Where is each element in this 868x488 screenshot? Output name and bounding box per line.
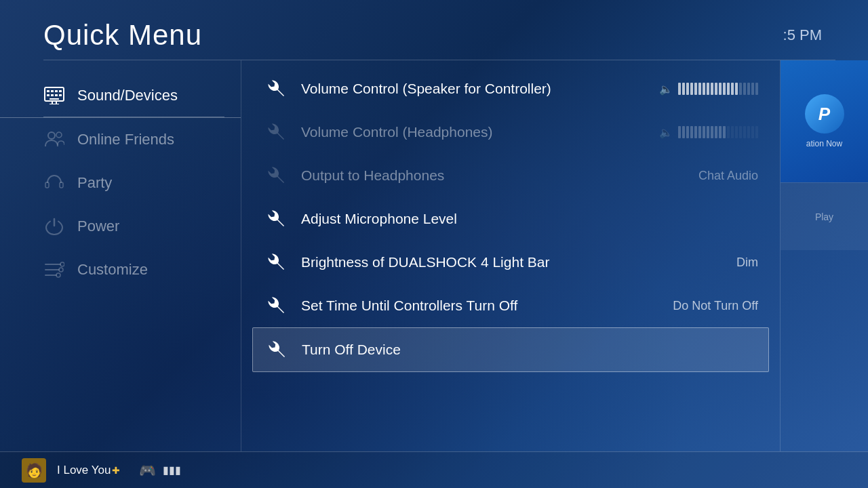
svg-rect-16 bbox=[60, 182, 63, 188]
volume-bar-headphones: 🔈 bbox=[659, 126, 758, 139]
ps-logo-text: P bbox=[818, 104, 830, 125]
menu-item-volume-headphones[interactable]: Volume Control (Headphones) 🔈 bbox=[241, 110, 780, 154]
turn-off-device-label: Turn Off Device bbox=[302, 342, 757, 358]
volume-speaker-label: Volume Control (Speaker for Controller) bbox=[301, 81, 646, 97]
play-panel[interactable]: Play bbox=[781, 182, 868, 250]
vol-bars-headphones bbox=[678, 126, 758, 138]
customize-icon bbox=[43, 259, 65, 281]
vol-bars-speaker bbox=[678, 83, 758, 95]
content-area: Sound/Devices Online Friends bbox=[0, 60, 868, 451]
brightness-label: Brightness of DUALSHOCK 4 Light Bar bbox=[301, 254, 723, 270]
controller-icon: 🎮 bbox=[139, 462, 156, 479]
footer-icons: 🎮 ▮▮▮ bbox=[139, 462, 181, 479]
sidebar-item-power-label: Power bbox=[77, 218, 119, 235]
sidebar-item-customize-label: Customize bbox=[77, 261, 148, 279]
main-container: Quick Menu :5 PM bbox=[0, 0, 868, 488]
menu-item-set-time[interactable]: Set Time Until Controllers Turn Off Do N… bbox=[241, 284, 780, 327]
sidebar: Sound/Devices Online Friends bbox=[0, 60, 241, 451]
keyboard-icon bbox=[43, 85, 65, 106]
header: Quick Menu :5 PM bbox=[0, 0, 868, 60]
ps-plus-icon: ✚ bbox=[112, 465, 120, 476]
battery-indicator: ▮▮▮ bbox=[163, 464, 181, 476]
svg-rect-4 bbox=[59, 90, 62, 92]
sidebar-item-sound-devices[interactable]: Sound/Devices bbox=[0, 74, 241, 118]
svg-rect-1 bbox=[47, 90, 50, 92]
battery-icon: ▮▮▮ bbox=[163, 464, 181, 476]
brightness-value: Dim bbox=[736, 256, 758, 270]
sidebar-item-power[interactable]: Power bbox=[0, 205, 241, 248]
wrench-icon-time bbox=[263, 293, 288, 318]
sidebar-item-party-label: Party bbox=[77, 174, 112, 192]
volume-bar-speaker: 🔈 bbox=[659, 83, 758, 96]
adjust-mic-label: Adjust Microphone Level bbox=[301, 211, 758, 227]
power-icon bbox=[43, 216, 65, 237]
ps-now-panel[interactable]: P ation Now bbox=[781, 60, 868, 182]
svg-rect-3 bbox=[55, 90, 58, 92]
menu-item-brightness[interactable]: Brightness of DUALSHOCK 4 Light Bar Dim bbox=[241, 241, 780, 284]
wrench-icon-brightness bbox=[263, 250, 288, 274]
sidebar-item-customize[interactable]: Customize bbox=[0, 248, 241, 291]
output-headphones-value: Chat Audio bbox=[698, 169, 758, 183]
footer: 🧑 I Love You✚ 🎮 ▮▮▮ bbox=[0, 451, 868, 488]
menu-item-adjust-mic[interactable]: Adjust Microphone Level bbox=[241, 197, 780, 241]
wrench-icon-headphones bbox=[263, 120, 288, 144]
wrench-icon-output bbox=[263, 163, 288, 188]
output-headphones-label: Output to Headphones bbox=[301, 167, 685, 184]
ps-now-label: ation Now bbox=[806, 139, 842, 148]
menu-item-volume-speaker[interactable]: Volume Control (Speaker for Controller) … bbox=[241, 67, 780, 110]
right-panel: Volume Control (Speaker for Controller) … bbox=[241, 60, 780, 451]
set-time-label: Set Time Until Controllers Turn Off bbox=[301, 298, 659, 314]
set-time-value: Do Not Turn Off bbox=[673, 299, 758, 313]
user-avatar: 🧑 bbox=[22, 458, 46, 483]
page-title: Quick Menu bbox=[43, 19, 202, 52]
speaker-vol-icon: 🔈 bbox=[659, 83, 673, 96]
footer-username: I Love You✚ bbox=[57, 464, 120, 477]
header-time: :5 PM bbox=[783, 26, 822, 44]
headset-icon bbox=[43, 172, 65, 194]
play-label: Play bbox=[815, 211, 833, 222]
svg-rect-5 bbox=[47, 94, 50, 96]
right-side-area: P ation Now Play bbox=[780, 60, 868, 451]
wrench-icon-turn-off bbox=[264, 338, 288, 362]
svg-rect-7 bbox=[55, 94, 58, 96]
menu-item-output-headphones[interactable]: Output to Headphones Chat Audio bbox=[241, 154, 780, 197]
sidebar-item-online-friends-label: Online Friends bbox=[77, 131, 174, 148]
friends-icon bbox=[43, 129, 65, 150]
ps-logo-circle: P bbox=[805, 94, 844, 134]
sidebar-item-sound-devices-label: Sound/Devices bbox=[77, 87, 178, 104]
headphone-vol-icon: 🔈 bbox=[659, 126, 673, 139]
svg-point-13 bbox=[48, 132, 55, 139]
svg-rect-6 bbox=[51, 94, 54, 96]
sidebar-item-party[interactable]: Party bbox=[0, 161, 241, 205]
username-text: I Love You bbox=[57, 464, 111, 476]
wrench-icon-speaker bbox=[263, 77, 288, 101]
wrench-icon-mic bbox=[263, 207, 288, 231]
menu-item-turn-off-device[interactable]: Turn Off Device bbox=[252, 327, 769, 372]
svg-point-14 bbox=[56, 132, 62, 138]
svg-rect-8 bbox=[59, 94, 62, 96]
sidebar-item-online-friends[interactable]: Online Friends bbox=[0, 118, 241, 161]
svg-rect-15 bbox=[45, 182, 49, 188]
volume-headphones-label: Volume Control (Headphones) bbox=[301, 124, 646, 140]
svg-rect-9 bbox=[50, 98, 59, 100]
svg-rect-2 bbox=[51, 90, 54, 92]
